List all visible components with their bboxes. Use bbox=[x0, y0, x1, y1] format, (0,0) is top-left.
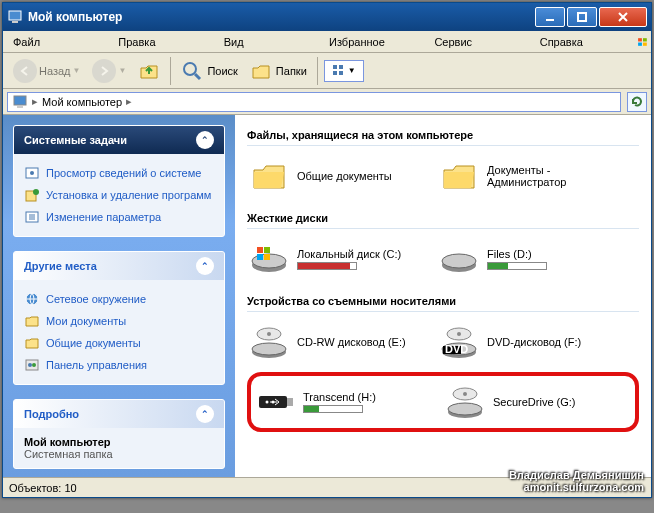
views-button[interactable]: ▼ bbox=[324, 60, 364, 82]
drive-g-securedrive[interactable]: SecureDrive (G:) bbox=[443, 380, 623, 424]
folders-label: Папки bbox=[276, 65, 307, 77]
capacity-bar bbox=[303, 405, 363, 413]
svg-point-50 bbox=[448, 403, 482, 415]
window-title: Мой компьютер bbox=[28, 10, 535, 24]
collapse-icon[interactable]: ⌃ bbox=[196, 131, 214, 149]
place-network[interactable]: Сетевое окружение bbox=[24, 288, 214, 310]
programs-icon bbox=[24, 187, 40, 203]
menu-edit[interactable]: Правка bbox=[110, 34, 215, 50]
place-control-panel[interactable]: Панель управления bbox=[24, 354, 214, 376]
svg-rect-28 bbox=[264, 247, 270, 253]
collapse-icon[interactable]: ⌃ bbox=[196, 405, 214, 423]
computer-icon bbox=[7, 9, 23, 25]
menu-file[interactable]: Файл bbox=[5, 34, 110, 50]
settings-icon bbox=[24, 209, 40, 225]
up-button[interactable] bbox=[134, 58, 164, 84]
addressbar: ▸ Мой компьютер ▸ bbox=[3, 89, 651, 115]
address-field[interactable]: ▸ Мой компьютер ▸ bbox=[7, 92, 621, 112]
drive-f-dvd[interactable]: DVD DVD-дисковод (F:) bbox=[437, 320, 617, 364]
panel-title: Системные задачи bbox=[24, 134, 127, 146]
refresh-button[interactable] bbox=[627, 92, 647, 112]
forward-button[interactable]: ▼ bbox=[88, 57, 130, 85]
folder-shared-docs[interactable]: Общие документы bbox=[247, 154, 427, 198]
svg-rect-29 bbox=[257, 254, 263, 260]
drive-d[interactable]: Files (D:) bbox=[437, 237, 617, 281]
panel-header[interactable]: Подробно ⌃ bbox=[14, 400, 224, 428]
folder-icon bbox=[24, 335, 40, 351]
search-icon bbox=[181, 60, 203, 82]
back-label: Назад bbox=[39, 65, 71, 77]
panel-header[interactable]: Другие места ⌃ bbox=[14, 252, 224, 280]
menubar: Файл Правка Вид Избранное Сервис Справка bbox=[3, 31, 651, 53]
svg-rect-11 bbox=[333, 71, 337, 75]
folder-admin-docs[interactable]: Документы - Администратор bbox=[437, 154, 617, 198]
svg-text:DVD: DVD bbox=[445, 343, 468, 355]
place-my-docs[interactable]: Мои документы bbox=[24, 310, 214, 332]
collapse-icon[interactable]: ⌃ bbox=[196, 257, 214, 275]
menu-favorites[interactable]: Избранное bbox=[321, 34, 426, 50]
system-tasks-panel: Системные задачи ⌃ Просмотр сведений о с… bbox=[13, 125, 225, 237]
panel-title: Другие места bbox=[24, 260, 97, 272]
refresh-icon bbox=[630, 95, 644, 109]
drive-e-cdrw[interactable]: CD-RW дисковод (E:) bbox=[247, 320, 427, 364]
folder-icon bbox=[251, 160, 287, 192]
search-label: Поиск bbox=[207, 65, 237, 77]
svg-rect-44 bbox=[287, 398, 293, 406]
svg-rect-0 bbox=[9, 11, 21, 20]
svg-rect-30 bbox=[264, 254, 270, 260]
capacity-bar bbox=[297, 262, 357, 270]
drive-h-transcend[interactable]: Transcend (H:) bbox=[253, 380, 433, 424]
svg-rect-14 bbox=[17, 106, 23, 108]
svg-point-24 bbox=[32, 363, 36, 367]
menu-tools[interactable]: Сервис bbox=[426, 34, 531, 50]
folder-icon bbox=[441, 160, 477, 192]
minimize-button[interactable] bbox=[535, 7, 565, 27]
content-pane: Файлы, хранящиеся на этом компьютере Общ… bbox=[235, 115, 651, 477]
svg-point-16 bbox=[30, 171, 34, 175]
capacity-bar bbox=[487, 262, 547, 270]
folder-icon bbox=[24, 313, 40, 329]
panel-header[interactable]: Системные задачи ⌃ bbox=[14, 126, 224, 154]
svg-rect-3 bbox=[578, 13, 586, 21]
group-header-hdd: Жесткие диски bbox=[247, 206, 639, 229]
svg-rect-6 bbox=[638, 42, 642, 45]
drive-c[interactable]: Локальный диск (C:) bbox=[247, 237, 427, 281]
svg-rect-2 bbox=[546, 19, 554, 21]
search-button[interactable]: Поиск bbox=[177, 58, 241, 84]
svg-rect-1 bbox=[12, 21, 18, 23]
computer-icon bbox=[12, 94, 28, 110]
highlighted-area: Transcend (H:) SecureDrive (G:) bbox=[247, 372, 639, 432]
statusbar: Объектов: 10 bbox=[3, 477, 651, 497]
removable-drive-icon bbox=[445, 384, 485, 420]
details-panel: Подробно ⌃ Мой компьютер Системная папка bbox=[13, 399, 225, 469]
svg-point-23 bbox=[28, 363, 32, 367]
control-panel-icon bbox=[24, 357, 40, 373]
info-icon bbox=[24, 165, 40, 181]
menu-help[interactable]: Справка bbox=[532, 34, 637, 50]
optical-drive-icon bbox=[249, 324, 289, 360]
svg-rect-9 bbox=[333, 65, 337, 69]
menu-view[interactable]: Вид bbox=[216, 34, 321, 50]
close-button[interactable] bbox=[599, 7, 647, 27]
task-system-info[interactable]: Просмотр сведений о системе bbox=[24, 162, 214, 184]
svg-point-45 bbox=[266, 401, 269, 404]
hdd-icon bbox=[439, 243, 479, 275]
task-add-remove[interactable]: Установка и удаление программ bbox=[24, 184, 214, 206]
svg-rect-13 bbox=[14, 96, 26, 105]
maximize-button[interactable] bbox=[567, 7, 597, 27]
folders-button[interactable]: Папки bbox=[246, 58, 311, 84]
folders-icon bbox=[250, 60, 272, 82]
folder-up-icon bbox=[138, 60, 160, 82]
place-shared-docs[interactable]: Общие документы bbox=[24, 332, 214, 354]
breadcrumb-arrow-icon: ▸ bbox=[126, 95, 132, 108]
svg-point-34 bbox=[267, 332, 271, 336]
svg-point-36 bbox=[252, 343, 286, 355]
titlebar[interactable]: Мой компьютер bbox=[3, 3, 651, 31]
windows-logo-icon bbox=[637, 33, 649, 51]
task-change-setting[interactable]: Изменение параметра bbox=[24, 206, 214, 228]
svg-rect-10 bbox=[339, 65, 343, 69]
usb-drive-icon bbox=[255, 388, 295, 416]
toolbar: Назад ▼ ▼ Поиск Папки ▼ bbox=[3, 53, 651, 89]
back-button[interactable]: Назад ▼ bbox=[9, 57, 84, 85]
other-places-panel: Другие места ⌃ Сетевое окружение Мои док… bbox=[13, 251, 225, 385]
